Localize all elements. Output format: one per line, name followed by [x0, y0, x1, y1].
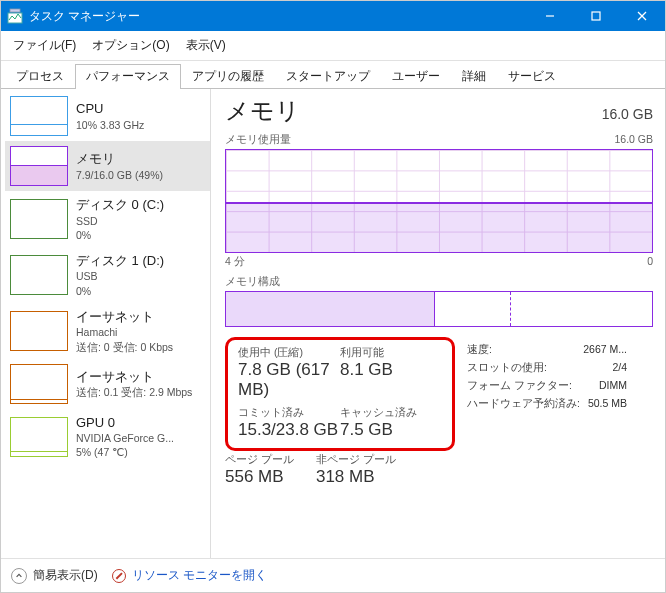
sidebar-item-sub: NVIDIA GeForce G... 5% (47 ℃)	[76, 431, 174, 459]
tab-performance[interactable]: パフォーマンス	[75, 64, 181, 89]
sidebar-item-label: イーサネット	[76, 368, 192, 386]
menu-file[interactable]: ファイル(F)	[9, 35, 80, 56]
stat-cached-label: キャッシュ済み	[340, 406, 442, 420]
cpu-thumb-icon	[10, 96, 68, 136]
prop-speed-label: 速度:	[467, 343, 577, 357]
disk-thumb-icon	[10, 199, 68, 239]
prop-slots-label: スロットの使用:	[467, 361, 606, 375]
sidebar-item-sub: 7.9/16.0 GB (49%)	[76, 168, 163, 182]
time-axis-left: 4 分	[225, 255, 245, 269]
stat-committed-label: コミット済み	[238, 406, 340, 420]
sidebar-item-label: ディスク 1 (D:)	[76, 252, 164, 270]
stat-available-label: 利用可能	[340, 346, 442, 360]
sidebar-item-disk1[interactable]: ディスク 1 (D:) USB 0%	[5, 247, 210, 303]
usage-chart-label: メモリ使用量	[225, 133, 291, 147]
usage-chart-time-axis: 4 分 0	[225, 255, 653, 269]
stat-paged-value: 556 MB	[225, 467, 294, 487]
tab-users[interactable]: ユーザー	[381, 64, 451, 89]
footer: 簡易表示(D) リソース モニターを開く	[1, 558, 665, 592]
prop-reserved-value: 50.5 MB	[588, 397, 627, 411]
task-manager-window: タスク マネージャー ファイル(F) オプション(O) 表示(V) プロセス パ…	[0, 0, 666, 593]
sidebar-item-sub: Hamachi 送信: 0 受信: 0 Kbps	[76, 325, 173, 353]
sidebar-item-label: GPU 0	[76, 414, 174, 432]
usage-chart-labels: メモリ使用量 16.0 GB	[225, 133, 653, 147]
tab-processes[interactable]: プロセス	[5, 64, 75, 89]
ethernet-thumb-icon	[10, 311, 68, 351]
stats-area: 使用中 (圧縮) 7.8 GB (617 MB) 利用可能 8.1 GB コミッ…	[225, 337, 653, 487]
tab-services[interactable]: サービス	[497, 64, 567, 89]
sidebar-item-label: CPU	[76, 100, 144, 118]
page-capacity: 16.0 GB	[602, 106, 653, 122]
sidebar-item-label: イーサネット	[76, 308, 173, 326]
sidebar-item-memory[interactable]: メモリ 7.9/16.0 GB (49%)	[5, 141, 210, 191]
window-title: タスク マネージャー	[29, 8, 140, 25]
fewer-details-label: 簡易表示(D)	[33, 567, 98, 584]
sidebar-item-sub: USB 0%	[76, 269, 164, 297]
sidebar-item-sub: 送信: 0.1 受信: 2.9 Mbps	[76, 385, 192, 399]
resource-monitor-label: リソース モニターを開く	[132, 567, 267, 584]
time-axis-right: 0	[647, 255, 653, 269]
gpu-thumb-icon	[10, 417, 68, 457]
stat-nonpaged-value: 318 MB	[316, 467, 396, 487]
page-title: メモリ	[225, 95, 300, 127]
titlebar: タスク マネージャー	[1, 1, 665, 31]
sidebar-item-gpu0[interactable]: GPU 0 NVIDIA GeForce G... 5% (47 ℃)	[5, 409, 210, 465]
page-header: メモリ 16.0 GB	[225, 95, 653, 127]
tab-startup[interactable]: スタートアップ	[275, 64, 381, 89]
prop-reserved-label: ハードウェア予約済み:	[467, 397, 582, 411]
usage-chart-max: 16.0 GB	[614, 133, 653, 147]
content: CPU 10% 3.83 GHz メモリ 7.9/16.0 GB (49%) デ…	[1, 89, 665, 558]
sidebar-item-cpu[interactable]: CPU 10% 3.83 GHz	[5, 91, 210, 141]
menu-view[interactable]: 表示(V)	[182, 35, 230, 56]
main-panel: メモリ 16.0 GB メモリ使用量 16.0 GB 4 分 0 メモリ構成	[211, 89, 665, 558]
sidebar: CPU 10% 3.83 GHz メモリ 7.9/16.0 GB (49%) デ…	[1, 89, 211, 558]
resource-monitor-icon	[112, 569, 126, 583]
stat-in-use-value: 7.8 GB (617 MB)	[238, 360, 340, 400]
open-resource-monitor-link[interactable]: リソース モニターを開く	[112, 567, 267, 584]
stat-cached-value: 7.5 GB	[340, 420, 442, 440]
memory-properties: 速度:2667 M... スロットの使用:2/4 フォーム ファクター:DIMM…	[467, 343, 627, 487]
svg-rect-3	[592, 12, 600, 20]
close-button[interactable]	[619, 1, 665, 31]
sidebar-item-sub: 10% 3.83 GHz	[76, 118, 144, 132]
prop-form-label: フォーム ファクター:	[467, 379, 593, 393]
stat-available-value: 8.1 GB	[340, 360, 442, 380]
memory-composition-chart[interactable]	[225, 291, 653, 327]
chevron-up-icon	[11, 568, 27, 584]
sidebar-item-ethernet-0[interactable]: イーサネット Hamachi 送信: 0 受信: 0 Kbps	[5, 303, 210, 359]
fewer-details-button[interactable]: 簡易表示(D)	[11, 567, 98, 584]
sidebar-item-disk0[interactable]: ディスク 0 (C:) SSD 0%	[5, 191, 210, 247]
composition-chart-label: メモリ構成	[225, 275, 280, 289]
maximize-button[interactable]	[573, 1, 619, 31]
tab-details[interactable]: 詳細	[451, 64, 497, 89]
ethernet-thumb-icon	[10, 364, 68, 404]
pool-stats: ページ プール 556 MB 非ページ プール 318 MB	[225, 453, 455, 487]
stat-paged-label: ページ プール	[225, 453, 294, 467]
prop-slots-value: 2/4	[612, 361, 627, 375]
menu-options[interactable]: オプション(O)	[88, 35, 173, 56]
composition-label-row: メモリ構成	[225, 275, 653, 289]
memory-thumb-icon	[10, 146, 68, 186]
highlighted-stats-box: 使用中 (圧縮) 7.8 GB (617 MB) 利用可能 8.1 GB コミッ…	[225, 337, 455, 451]
minimize-button[interactable]	[527, 1, 573, 31]
sidebar-item-ethernet-1[interactable]: イーサネット 送信: 0.1 受信: 2.9 Mbps	[5, 359, 210, 409]
sidebar-item-label: メモリ	[76, 150, 163, 168]
menubar: ファイル(F) オプション(O) 表示(V)	[1, 31, 665, 61]
prop-speed-value: 2667 M...	[583, 343, 627, 357]
sidebar-item-sub: SSD 0%	[76, 214, 164, 242]
stat-committed-value: 15.3/23.8 GB	[238, 420, 340, 440]
tabstrip: プロセス パフォーマンス アプリの履歴 スタートアップ ユーザー 詳細 サービス	[1, 63, 665, 89]
svg-rect-1	[10, 9, 20, 12]
stat-nonpaged-label: 非ページ プール	[316, 453, 396, 467]
app-icon	[7, 8, 23, 24]
sidebar-item-label: ディスク 0 (C:)	[76, 196, 164, 214]
prop-form-value: DIMM	[599, 379, 627, 393]
disk-thumb-icon	[10, 255, 68, 295]
tab-app-history[interactable]: アプリの履歴	[181, 64, 275, 89]
memory-usage-chart[interactable]	[225, 149, 653, 253]
stat-in-use-label: 使用中 (圧縮)	[238, 346, 340, 360]
